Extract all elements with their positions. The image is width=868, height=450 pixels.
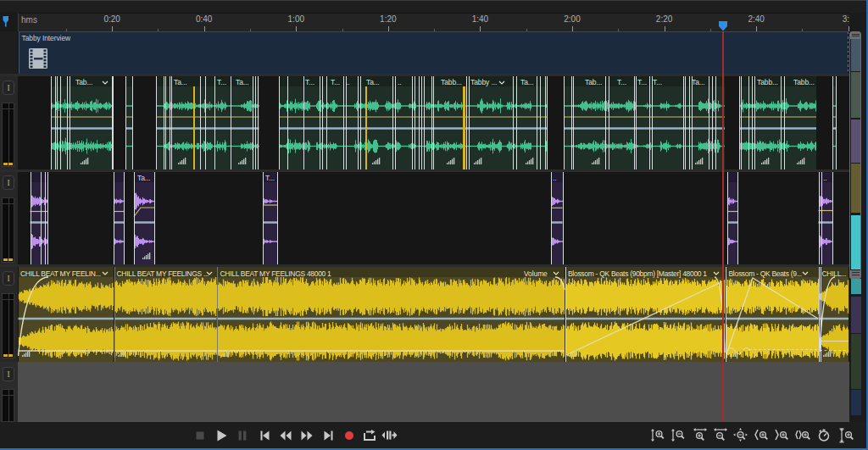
clip-edge-line[interactable] [164, 76, 164, 169]
clip-edge-line[interactable] [134, 172, 135, 265]
clip-edge-line[interactable] [156, 76, 157, 169]
clip-edge-line[interactable] [392, 76, 393, 169]
clip-edge-line[interactable] [781, 76, 782, 169]
clip-edge-line[interactable] [727, 172, 728, 265]
clip-edge-line[interactable] [263, 172, 264, 265]
clip-edge-line[interactable] [652, 76, 653, 169]
clip-edge-line[interactable] [326, 76, 327, 169]
clip-edge-line[interactable] [551, 172, 552, 265]
video-clip-tabby-interview[interactable]: Tabby Interview [19, 31, 849, 74]
clip-edge-line[interactable] [322, 76, 323, 169]
clip-edge-line[interactable] [31, 172, 31, 265]
clip-edge-line[interactable] [70, 76, 70, 169]
clip-edge-line[interactable] [154, 172, 155, 265]
clip-edge-line[interactable] [279, 76, 280, 169]
playhead-marker[interactable] [718, 21, 728, 31]
record-button[interactable] [340, 422, 359, 448]
clip-edge-line[interactable] [67, 76, 68, 169]
loop-playback-button[interactable] [360, 422, 379, 448]
stop-button[interactable] [191, 422, 209, 448]
clip-edge-line[interactable] [114, 172, 114, 265]
zoom-to-selection-button[interactable] [793, 422, 812, 448]
clip-edge-line[interactable] [516, 76, 517, 169]
clip-edge-line[interactable] [784, 76, 785, 169]
clip-edge-line[interactable] [60, 76, 61, 169]
clip-edge-line[interactable] [726, 267, 726, 362]
clip-edge-line[interactable] [125, 76, 126, 169]
clip-edge-line[interactable] [692, 76, 693, 169]
clip-edge-line[interactable] [170, 76, 170, 169]
clip-edge-line[interactable] [287, 76, 288, 169]
skip-selection-button[interactable] [381, 422, 399, 448]
clip-dropdown-chevron-icon[interactable] [802, 271, 809, 276]
clip-edge-line[interactable] [571, 76, 572, 169]
clip-edge-line[interactable] [819, 172, 820, 265]
clip-edge-line[interactable] [113, 76, 114, 169]
clip-edge-line[interactable] [55, 76, 56, 169]
clip-edge-line[interactable] [421, 76, 422, 169]
clip-edge-line[interactable] [605, 76, 606, 169]
monitor-input-button[interactable]: I [3, 81, 14, 95]
clip-dropdown-chevron-icon[interactable] [206, 271, 213, 276]
clip-edge-line[interactable] [547, 76, 548, 169]
zoom-selection-vertical-button[interactable] [837, 422, 856, 448]
pause-button[interactable] [233, 422, 252, 448]
clip-dropdown-chevron-icon[interactable] [713, 271, 720, 276]
clip-edge-line[interactable] [358, 76, 359, 169]
clip-edge-line[interactable] [748, 76, 749, 169]
clip-edge-line[interactable] [412, 76, 413, 169]
move-to-previous-button[interactable] [255, 422, 274, 448]
fast-forward-button[interactable] [298, 422, 316, 448]
clip-edge-line[interactable] [685, 76, 686, 169]
clip-edge-line[interactable] [51, 76, 52, 169]
clip-edge-line[interactable] [200, 76, 201, 169]
move-to-next-button[interactable] [319, 422, 337, 448]
clip-edge-line[interactable] [431, 76, 432, 169]
clip-edge-line[interactable] [124, 172, 125, 265]
clip-edge-line[interactable] [754, 76, 755, 169]
clip-edge-line[interactable] [563, 172, 564, 265]
clip-edge-line[interactable] [564, 76, 565, 169]
clip-edge-line[interactable] [513, 76, 514, 169]
clip-envelope-selector-label[interactable]: Volume [524, 269, 548, 278]
clip-edge-line[interactable] [258, 76, 259, 169]
clip-edge-line[interactable] [303, 76, 304, 169]
clip-edge-line[interactable] [821, 172, 822, 265]
clip-edge-line[interactable] [165, 76, 166, 169]
monitor-input-button[interactable]: I [3, 271, 14, 286]
clip-edge-line[interactable] [819, 267, 820, 362]
clip-edge-line[interactable] [433, 76, 434, 169]
clip-edge-line[interactable] [415, 76, 415, 169]
rewind-button[interactable] [276, 422, 295, 448]
clip-dropdown-chevron-icon[interactable] [498, 81, 505, 86]
clip-edge-line[interactable] [360, 76, 361, 169]
monitor-input-button[interactable]: I [3, 367, 14, 381]
clip-edge-line[interactable] [540, 76, 541, 169]
zoom-in-amplitude-button[interactable] [649, 422, 668, 448]
clip-edge-line[interactable] [712, 76, 713, 169]
clip-edge-line[interactable] [45, 172, 46, 265]
clip-edge-line[interactable] [636, 76, 637, 169]
clip-edge-line[interactable] [424, 76, 425, 169]
navigator-scroll-thumb[interactable] [849, 31, 861, 279]
clip-edge-line[interactable] [545, 76, 546, 169]
clip-edge-line[interactable] [171, 76, 172, 169]
clip-edge-line[interactable] [395, 76, 396, 169]
clip-edge-line[interactable] [231, 76, 231, 169]
clip-edge-line[interactable] [205, 76, 206, 169]
clip-edge-line[interactable] [689, 76, 690, 169]
clip-edge-line[interactable] [573, 76, 574, 169]
zoom-out-amplitude-button[interactable] [670, 422, 688, 448]
clip-edge-line[interactable] [565, 267, 566, 362]
clip-edge-line[interactable] [41, 172, 42, 265]
navigator-thumb-top-cap[interactable] [849, 31, 861, 39]
clip-edge-line[interactable] [709, 76, 709, 169]
clip-dropdown-chevron-icon[interactable] [102, 271, 108, 276]
clip-edge-line[interactable] [739, 76, 740, 169]
clip-edge-line[interactable] [253, 76, 253, 169]
clip-edge-line[interactable] [320, 76, 320, 169]
zoom-in-at-in-point-button[interactable] [753, 422, 771, 448]
clip-edge-line[interactable] [214, 76, 215, 169]
clip-edge-line[interactable] [649, 76, 650, 169]
clip-edge-line[interactable] [832, 172, 833, 265]
